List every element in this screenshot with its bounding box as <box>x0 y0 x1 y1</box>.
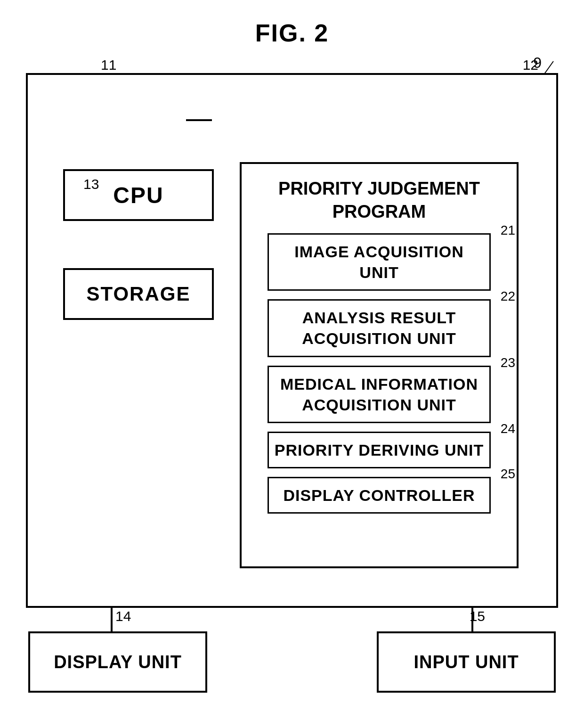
unit-row-24: PRIORITY DERIVING UNIT 24 <box>268 432 491 468</box>
ref-24: 24 <box>501 421 515 436</box>
unit-row-22: ANALYSIS RESULT ACQUISITION UNIT 22 <box>268 299 491 357</box>
ref-11: 11 <box>101 57 116 73</box>
display-unit-label: DISPLAY UNIT <box>54 652 182 672</box>
ref-13: 13 <box>83 176 99 192</box>
ref-15: 15 <box>470 608 485 624</box>
fig-title: FIG. 2 <box>0 0 584 47</box>
ref-12: 12 <box>523 57 538 73</box>
ref-23: 23 <box>501 355 515 370</box>
ref-25: 25 <box>501 466 515 482</box>
unit-row-25: DISPLAY CONTROLLER 25 <box>268 477 491 514</box>
outer-box: 11 CPU 13 STORAGE 12 PRIORITY JUDGEMENT … <box>26 73 558 608</box>
display-unit-box: DISPLAY UNIT <box>28 631 207 693</box>
storage-label: STORAGE <box>87 283 191 305</box>
unit-box-25: DISPLAY CONTROLLER <box>268 477 491 514</box>
ref-22: 22 <box>501 289 515 304</box>
inner-box: PRIORITY JUDGEMENT PROGRAM IMAGE ACQUISI… <box>240 162 519 568</box>
page: FIG. 2 9 11 CPU 13 STORAGE 12 PRIORITY J… <box>0 0 584 728</box>
unit-row-21: IMAGE ACQUISITION UNIT 21 <box>268 233 491 291</box>
storage-box: STORAGE <box>63 268 214 320</box>
input-unit-label: INPUT UNIT <box>414 652 519 672</box>
unit-box-24: PRIORITY DERIVING UNIT <box>268 432 491 468</box>
cpu-label: CPU <box>113 182 163 208</box>
priority-program-title: PRIORITY JUDGEMENT PROGRAM <box>242 164 517 233</box>
ref-14: 14 <box>115 608 131 624</box>
unit-box-23: MEDICAL INFORMATION ACQUISITION UNIT <box>268 366 491 423</box>
unit-box-21: IMAGE ACQUISITION UNIT <box>268 233 491 291</box>
svg-line-4 <box>544 61 553 74</box>
input-unit-box: INPUT UNIT <box>377 631 556 693</box>
unit-box-22: ANALYSIS RESULT ACQUISITION UNIT <box>268 299 491 357</box>
ref-21: 21 <box>501 223 515 238</box>
unit-row-23: MEDICAL INFORMATION ACQUISITION UNIT 23 <box>268 366 491 423</box>
